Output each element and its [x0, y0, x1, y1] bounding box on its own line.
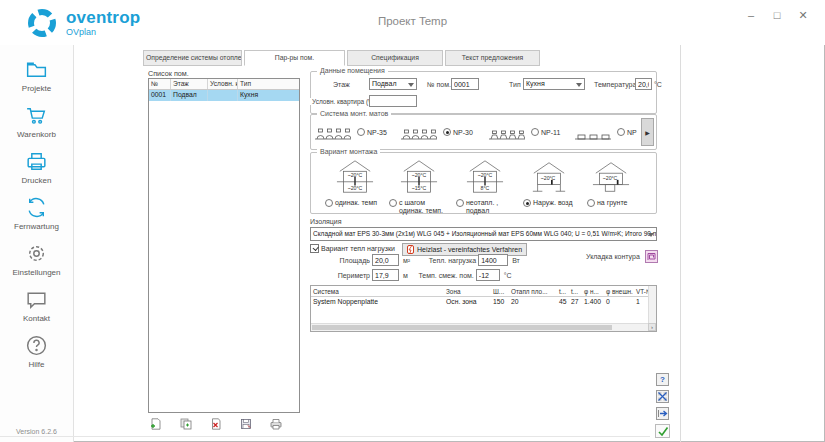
floor-select[interactable]: Подвал [369, 78, 417, 90]
system-table[interactable]: Система Зона Ш... Отапл пло... t... t...… [310, 285, 657, 332]
room-list-header: № Этаж Условн. кв Тип [149, 79, 299, 90]
col-zone[interactable]: Зона [444, 286, 491, 296]
export-button[interactable] [656, 407, 669, 420]
col-t1[interactable]: t... [557, 286, 569, 296]
title-bar: oventrop OVplan Проект Temp – □ ✕ [0, 0, 825, 45]
sidebar-item-drucken[interactable]: Drucken [22, 149, 52, 185]
print-list-icon[interactable] [270, 416, 282, 428]
svg-text:8°C: 8°C [481, 185, 490, 191]
ovplan-window: oventrop OVplan Проект Temp – □ ✕ Projek… [0, 0, 825, 442]
mat-scroll-right-button[interactable]: ▶ [641, 118, 654, 146]
tab-specification[interactable]: Спецификация [347, 50, 443, 66]
heizlast-button-label: Heizlast - vereinfachtes Verfahren [417, 246, 522, 253]
system-table-header: Система Зона Ш... Отапл пло... t... t...… [311, 286, 656, 297]
area-label: Площадь [330, 257, 370, 264]
radio-np11[interactable] [531, 128, 539, 136]
export-arrow-icon [657, 408, 668, 419]
minimize-icon[interactable]: – [745, 8, 757, 22]
radio-equal-temp[interactable] [325, 199, 333, 207]
col-phi-n[interactable]: φ н... [582, 286, 604, 296]
insulation-select[interactable]: Складной мат EPS 30-3мм (2x1м) WLG 045 +… [310, 227, 657, 241]
chevron-down-icon [408, 83, 414, 87]
maximize-icon[interactable]: □ [771, 8, 783, 22]
radio-on-ground[interactable] [587, 199, 595, 207]
table-horizontal-scrollbar[interactable] [311, 323, 648, 331]
folder-icon [24, 57, 49, 82]
house-unheated-basement-icon: ~20°C 8°C [466, 158, 504, 196]
cell-phi-ext: 0 [604, 297, 634, 307]
insulation-value: Складной мат EPS 30-3мм (2x1м) WLG 045 +… [313, 230, 657, 237]
chat-icon [24, 287, 49, 312]
save-room-icon[interactable] [240, 416, 252, 428]
arrow-right-icon: › [651, 324, 653, 330]
scrollbar-thumb[interactable] [312, 325, 612, 330]
radio-step-temp[interactable] [389, 199, 397, 207]
close-icon[interactable]: ✕ [797, 8, 809, 22]
floor-label: Этаж [333, 81, 350, 88]
room-number: 0001 [149, 90, 171, 101]
col-t2[interactable]: t... [569, 286, 582, 296]
sidebar-item-label: Hilfe [28, 360, 44, 369]
col-width[interactable]: Ш... [491, 286, 509, 296]
sidebar-item-warenkorb[interactable]: Warenkorb [17, 103, 56, 139]
perimeter-input[interactable] [372, 269, 399, 281]
sidebar-item-einstellungen[interactable]: Einstellungen [12, 241, 60, 277]
content-right-divider [680, 45, 681, 442]
col-number[interactable]: № [149, 79, 171, 89]
svg-text:~20°C: ~20°C [348, 172, 363, 178]
new-room-icon[interactable] [150, 416, 162, 428]
load-input[interactable] [478, 254, 508, 266]
sidebar-item-hilfe[interactable]: Hilfe [24, 333, 49, 369]
confirm-button[interactable] [655, 424, 670, 438]
col-system[interactable]: Система [311, 286, 444, 296]
sidebar-item-label: Projekte [22, 84, 51, 93]
radio-step-temp-label2: одинак. темп. [399, 207, 443, 215]
radio-np30[interactable] [443, 128, 451, 136]
help-button[interactable]: ? [656, 373, 669, 386]
product-name: OVplan [66, 27, 140, 37]
we-input[interactable] [369, 95, 417, 107]
radio-np35[interactable] [357, 128, 365, 136]
room-floor: Подвал [171, 90, 208, 101]
adj-temp-input[interactable] [476, 269, 500, 281]
circuit-layout-icon[interactable] [645, 250, 658, 263]
sidebar-item-kontakt[interactable]: Kontakt [23, 287, 50, 323]
mat-system-group: Система монт. матов NP-35 [310, 114, 657, 150]
heat-load-variant-checkbox[interactable] [310, 244, 319, 253]
system-table-row[interactable]: System Noppenplatte Осн. зона 150 20 45 … [311, 297, 656, 307]
scroll-right-arrow[interactable]: › [648, 323, 656, 331]
temperature-input[interactable] [635, 78, 652, 90]
temperature-unit: °C [654, 81, 662, 88]
chevron-down-icon [576, 83, 582, 87]
col-heated-area[interactable]: Отапл пло... [509, 286, 557, 296]
radio-unheated-basement-label: неотапл. , [466, 199, 498, 207]
cell-phi-n: 1.400 [582, 297, 604, 307]
col-type[interactable]: Тип [238, 79, 299, 89]
col-floor[interactable]: Этаж [171, 79, 208, 89]
cell-heated-area: 20 [509, 297, 557, 307]
tab-room-parameters[interactable]: Пар-ры пом. [244, 50, 345, 66]
copy-room-icon[interactable] [180, 416, 192, 428]
sidebar-item-fernwartung[interactable]: Fernwartung [14, 195, 59, 231]
room-list-title: Список пом. [148, 69, 189, 78]
col-we[interactable]: Условн. кв [208, 79, 238, 89]
sidebar-item-projekte[interactable]: Projekte [22, 57, 51, 93]
load-unit: Вт [512, 257, 520, 264]
room-row-selected[interactable]: 0001 Подвал Кухня [149, 90, 299, 101]
table-vertical-scrollbar[interactable] [648, 286, 656, 323]
room-no-label: № пом. [427, 81, 451, 88]
help-icon [24, 333, 49, 358]
radio-outdoor-air[interactable] [523, 199, 531, 207]
delete-room-icon[interactable] [210, 416, 222, 428]
room-no-input[interactable] [451, 78, 479, 90]
room-list-table[interactable]: № Этаж Условн. кв Тип 0001 Подвал Кухня [148, 78, 300, 413]
area-unit: м² [403, 257, 410, 264]
col-phi-ext[interactable]: φ внешн. [604, 286, 634, 296]
area-input[interactable] [372, 254, 399, 266]
clear-selection-button[interactable] [656, 390, 669, 403]
tab-system-definition[interactable]: Определение системы отопления [143, 50, 242, 66]
radio-np[interactable] [617, 128, 625, 136]
radio-unheated-basement[interactable] [456, 199, 464, 207]
type-select[interactable]: Кухня [523, 78, 585, 90]
tab-proposal-text[interactable]: Текст предложения [445, 50, 540, 66]
